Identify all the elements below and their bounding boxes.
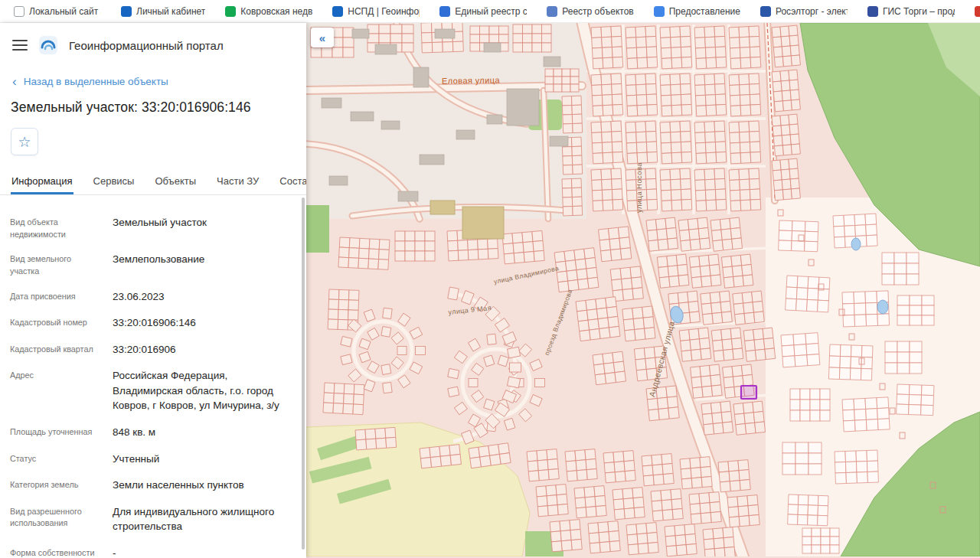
field-value: Земельный участок <box>113 215 295 230</box>
tab[interactable]: Состав <box>279 169 306 194</box>
bookmark-favicon <box>225 6 236 17</box>
field-label: Категория земель <box>10 478 100 491</box>
bookmark-favicon <box>867 6 878 17</box>
tabs-bar: ИнформацияСервисыОбъектыЧасти ЗУСостав ▶ <box>0 169 306 195</box>
field-value: 848 кв. м <box>113 425 295 440</box>
bookmark-favicon <box>439 6 450 17</box>
bookmark-item[interactable]: Личный кабинет <box>113 4 213 19</box>
field-label: Вид разрешенного использования <box>10 504 100 530</box>
tab[interactable]: Части ЗУ <box>216 169 260 194</box>
bookmark-item[interactable]: Единый реестр с <box>432 4 534 19</box>
street-label: улица Носова <box>635 162 643 213</box>
bookmark-label: Предоставление <box>669 6 740 17</box>
bookmark-favicon <box>121 6 132 17</box>
field-label: Статус <box>10 452 100 465</box>
bookmark-label: Реестр объектов <box>562 6 633 17</box>
field-value: Учтенный <box>113 452 295 467</box>
star-icon: ☆ <box>18 133 31 151</box>
bookmark-item[interactable]: ГИС Торги – прод <box>860 4 962 19</box>
field-row: Кадастровый номер 33:20:016906:146 <box>10 315 296 331</box>
bookmark-item[interactable]: Ковровская недв <box>217 4 320 19</box>
field-value: Российская Федерация, Владимирская облас… <box>113 368 295 413</box>
app-title: Геоинформационный портал <box>69 39 224 52</box>
bookmark-label: ГИС Торги – прод <box>883 6 955 17</box>
field-label: Дата присвоения <box>10 289 100 303</box>
field-row: Статус Учтенный <box>10 452 296 467</box>
field-value: Землепользование <box>113 252 295 267</box>
info-panel: Геоинформационный портал ‹ Назад в выдел… <box>0 23 306 558</box>
bookmark-favicon <box>14 6 24 17</box>
collapse-panel-button[interactable]: « <box>311 28 334 47</box>
field-value: Земли населенных пунктов <box>113 478 295 493</box>
field-row: Площадь уточненная 848 кв. м <box>10 425 296 440</box>
field-row: Вид земельного участка Землепользование <box>10 252 296 277</box>
field-row: Дата присвоения 23.06.2023 <box>10 289 296 305</box>
app-window: Локальный сайт а Личный кабинет Ковровск… <box>0 0 980 558</box>
bookmark-favicon <box>975 6 980 17</box>
bookmarks-bar: Локальный сайт а Личный кабинет Ковровск… <box>0 0 980 23</box>
bookmark-item[interactable]: Локальный сайт а <box>6 4 109 19</box>
bookmark-label: Личный кабинет <box>136 6 205 17</box>
field-row: Вид разрешенного использования Для индив… <box>10 504 296 534</box>
map-area[interactable]: Еловая улицаулица НосоваАндреевская улиц… <box>306 23 980 558</box>
field-label: Адрес <box>10 368 100 382</box>
back-link-label: Назад в выделенные объекты <box>24 76 168 87</box>
panel-header: Геоинформационный портал <box>0 23 306 67</box>
back-link[interactable]: ‹ Назад в выделенные объекты <box>12 75 294 88</box>
bookmark-favicon <box>547 6 557 17</box>
favorite-button[interactable]: ☆ <box>11 128 38 155</box>
bookmark-favicon <box>332 6 343 17</box>
bookmark-label: НСПД | Геоинфор <box>348 6 420 17</box>
field-row: Кадастровый квартал 33:20:016906 <box>10 342 296 357</box>
double-chevron-left-icon: « <box>319 31 325 44</box>
field-label: Вид объекта недвижимости <box>10 215 100 240</box>
bookmark-label: Ковровская недв <box>240 6 312 17</box>
portal-logo-icon <box>38 35 58 55</box>
field-label: Форма собственности <box>10 546 100 558</box>
bookmark-label: Единый реестр с <box>455 6 527 17</box>
field-label: Кадастровый квартал <box>10 342 100 356</box>
bookmark-item[interactable]: Реестр объектов <box>539 4 641 19</box>
menu-icon[interactable] <box>12 40 28 51</box>
field-label: Вид земельного участка <box>10 252 100 277</box>
panel-scrollbar[interactable] <box>302 197 305 550</box>
bookmark-item[interactable]: Предоставление <box>646 4 748 19</box>
bookmark-label: Локальный сайт а <box>29 6 101 17</box>
bookmark-label: Росэлторг - элект <box>776 6 848 17</box>
field-row: Категория земель Земли населенных пункто… <box>10 478 296 493</box>
tab[interactable]: Объекты <box>154 169 197 194</box>
bookmark-item[interactable]: НСПД | Геоинфор <box>325 4 427 19</box>
field-row: Адрес Российская Федерация, Владимирская… <box>10 368 296 413</box>
field-label: Кадастровый номер <box>10 315 100 329</box>
bookmark-item[interactable]: Росэлторг - элект <box>753 4 855 19</box>
field-value: 23.06.2023 <box>113 289 295 305</box>
field-row: Форма собственности - <box>10 546 296 558</box>
tab[interactable]: Информация <box>11 169 74 194</box>
bookmark-favicon <box>760 6 771 17</box>
field-row: Вид объекта недвижимости Земельный участ… <box>10 215 296 240</box>
bookmark-item[interactable]: Реестр наследств <box>967 4 980 19</box>
main-content: Геоинформационный портал ‹ Назад в выдел… <box>0 23 980 558</box>
street-label: Еловая улица <box>442 75 501 85</box>
back-chevron-icon: ‹ <box>12 75 17 88</box>
field-value: 33:20:016906:146 <box>113 315 295 331</box>
selected-parcel[interactable] <box>741 386 756 399</box>
bookmark-favicon <box>654 6 665 17</box>
field-value: - <box>113 546 295 558</box>
field-label: Площадь уточненная <box>10 425 100 439</box>
field-value: 33:20:016906 <box>113 342 295 357</box>
tab[interactable]: Сервисы <box>93 169 136 194</box>
map-canvas[interactable]: Еловая улицаулица НосоваАндреевская улиц… <box>306 23 980 556</box>
attributes-list: Вид объекта недвижимости Земельный участ… <box>0 195 306 558</box>
page-title: Земельный участок: 33:20:016906:146 <box>11 100 296 116</box>
field-value: Для индивидуального жилищного строительс… <box>113 504 295 534</box>
